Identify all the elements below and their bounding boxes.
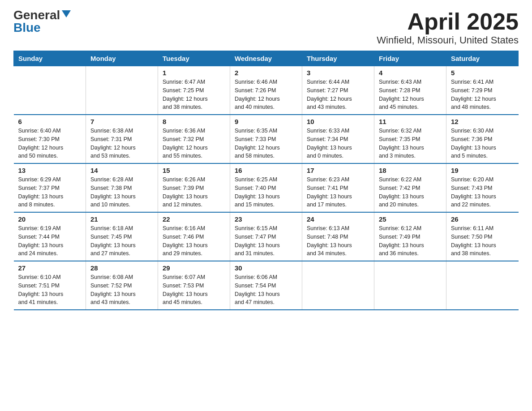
day-number: 7 (90, 118, 153, 125)
day-info: Sunrise: 6:15 AM Sunset: 7:47 PM Dayligh… (235, 224, 297, 258)
calendar-cell: 29Sunrise: 6:07 AM Sunset: 7:53 PM Dayli… (158, 261, 230, 310)
calendar-cell: 21Sunrise: 6:18 AM Sunset: 7:45 PM Dayli… (86, 212, 158, 261)
calendar-cell: 6Sunrise: 6:40 AM Sunset: 7:30 PM Daylig… (14, 115, 86, 163)
calendar-cell: 26Sunrise: 6:11 AM Sunset: 7:50 PM Dayli… (446, 212, 519, 261)
header-cell-tuesday: Tuesday (158, 51, 230, 66)
header-cell-wednesday: Wednesday (230, 51, 302, 66)
day-number: 9 (235, 118, 297, 125)
day-number: 12 (451, 118, 514, 125)
logo: General Blue (13, 9, 71, 34)
day-info: Sunrise: 6:18 AM Sunset: 7:45 PM Dayligh… (90, 224, 153, 258)
day-info: Sunrise: 6:22 AM Sunset: 7:42 PM Dayligh… (379, 176, 442, 209)
calendar-cell: 8Sunrise: 6:36 AM Sunset: 7:32 PM Daylig… (158, 115, 230, 163)
day-info: Sunrise: 6:06 AM Sunset: 7:54 PM Dayligh… (235, 273, 297, 307)
day-number: 1 (163, 69, 225, 77)
calendar-cell: 11Sunrise: 6:32 AM Sunset: 7:35 PM Dayli… (374, 115, 446, 163)
day-number: 5 (451, 69, 514, 77)
day-number: 15 (163, 167, 225, 174)
calendar-cell: 20Sunrise: 6:19 AM Sunset: 7:44 PM Dayli… (14, 212, 86, 261)
week-row-1: 1Sunrise: 6:47 AM Sunset: 7:25 PM Daylig… (14, 66, 519, 115)
day-number: 25 (379, 215, 442, 223)
calendar-cell: 28Sunrise: 6:08 AM Sunset: 7:52 PM Dayli… (86, 261, 158, 310)
calendar-body: 1Sunrise: 6:47 AM Sunset: 7:25 PM Daylig… (14, 66, 519, 310)
calendar-cell: 27Sunrise: 6:10 AM Sunset: 7:51 PM Dayli… (14, 261, 86, 310)
calendar-cell (302, 261, 374, 310)
calendar-cell: 1Sunrise: 6:47 AM Sunset: 7:25 PM Daylig… (158, 66, 230, 115)
header-cell-saturday: Saturday (446, 51, 519, 66)
day-info: Sunrise: 6:16 AM Sunset: 7:46 PM Dayligh… (163, 224, 225, 258)
week-row-4: 20Sunrise: 6:19 AM Sunset: 7:44 PM Dayli… (14, 212, 519, 261)
day-number: 19 (451, 167, 514, 174)
day-info: Sunrise: 6:43 AM Sunset: 7:28 PM Dayligh… (379, 78, 442, 111)
calendar-cell: 4Sunrise: 6:43 AM Sunset: 7:28 PM Daylig… (374, 66, 446, 115)
page-subtitle: Winfield, Missouri, United States (377, 34, 519, 46)
day-info: Sunrise: 6:12 AM Sunset: 7:49 PM Dayligh… (379, 224, 442, 258)
day-info: Sunrise: 6:29 AM Sunset: 7:37 PM Dayligh… (18, 176, 82, 209)
day-info: Sunrise: 6:07 AM Sunset: 7:53 PM Dayligh… (163, 273, 225, 307)
day-number: 3 (307, 69, 369, 77)
calendar-cell: 23Sunrise: 6:15 AM Sunset: 7:47 PM Dayli… (230, 212, 302, 261)
calendar-cell: 5Sunrise: 6:41 AM Sunset: 7:29 PM Daylig… (446, 66, 519, 115)
day-info: Sunrise: 6:33 AM Sunset: 7:34 PM Dayligh… (307, 127, 369, 160)
calendar-table: SundayMondayTuesdayWednesdayThursdayFrid… (13, 51, 519, 310)
header-cell-thursday: Thursday (302, 51, 374, 66)
calendar-cell: 18Sunrise: 6:22 AM Sunset: 7:42 PM Dayli… (374, 163, 446, 212)
day-number: 20 (18, 215, 82, 223)
day-info: Sunrise: 6:23 AM Sunset: 7:41 PM Dayligh… (307, 176, 369, 209)
calendar-cell (14, 66, 86, 115)
day-number: 23 (235, 215, 297, 223)
calendar-cell: 25Sunrise: 6:12 AM Sunset: 7:49 PM Dayli… (374, 212, 446, 261)
day-info: Sunrise: 6:35 AM Sunset: 7:33 PM Dayligh… (235, 127, 297, 160)
day-number: 11 (379, 118, 442, 125)
day-info: Sunrise: 6:30 AM Sunset: 7:36 PM Dayligh… (451, 127, 514, 160)
day-number: 16 (235, 167, 297, 174)
header-cell-sunday: Sunday (14, 51, 86, 66)
day-number: 28 (90, 264, 153, 272)
calendar-cell: 22Sunrise: 6:16 AM Sunset: 7:46 PM Dayli… (158, 212, 230, 261)
calendar-cell: 24Sunrise: 6:13 AM Sunset: 7:48 PM Dayli… (302, 212, 374, 261)
calendar-cell: 17Sunrise: 6:23 AM Sunset: 7:41 PM Dayli… (302, 163, 374, 212)
calendar-cell: 15Sunrise: 6:26 AM Sunset: 7:39 PM Dayli… (158, 163, 230, 212)
day-info: Sunrise: 6:28 AM Sunset: 7:38 PM Dayligh… (90, 176, 153, 209)
day-info: Sunrise: 6:25 AM Sunset: 7:40 PM Dayligh… (235, 176, 297, 209)
day-info: Sunrise: 6:36 AM Sunset: 7:32 PM Dayligh… (163, 127, 225, 160)
day-number: 10 (307, 118, 369, 125)
day-number: 18 (379, 167, 442, 174)
calendar-cell (86, 66, 158, 115)
day-number: 4 (379, 69, 442, 77)
day-info: Sunrise: 6:08 AM Sunset: 7:52 PM Dayligh… (90, 273, 153, 307)
header-row: SundayMondayTuesdayWednesdayThursdayFrid… (14, 51, 519, 66)
calendar-cell: 16Sunrise: 6:25 AM Sunset: 7:40 PM Dayli… (230, 163, 302, 212)
day-info: Sunrise: 6:11 AM Sunset: 7:50 PM Dayligh… (451, 224, 514, 258)
day-number: 24 (307, 215, 369, 223)
day-info: Sunrise: 6:19 AM Sunset: 7:44 PM Dayligh… (18, 224, 82, 258)
day-info: Sunrise: 6:26 AM Sunset: 7:39 PM Dayligh… (163, 176, 225, 209)
calendar-cell: 2Sunrise: 6:46 AM Sunset: 7:26 PM Daylig… (230, 66, 302, 115)
calendar-cell: 12Sunrise: 6:30 AM Sunset: 7:36 PM Dayli… (446, 115, 519, 163)
day-number: 21 (90, 215, 153, 223)
calendar-cell: 7Sunrise: 6:38 AM Sunset: 7:31 PM Daylig… (86, 115, 158, 163)
day-number: 8 (163, 118, 225, 125)
calendar-cell: 14Sunrise: 6:28 AM Sunset: 7:38 PM Dayli… (86, 163, 158, 212)
header-cell-monday: Monday (86, 51, 158, 66)
day-info: Sunrise: 6:46 AM Sunset: 7:26 PM Dayligh… (235, 78, 297, 111)
day-number: 14 (90, 167, 153, 174)
week-row-3: 13Sunrise: 6:29 AM Sunset: 7:37 PM Dayli… (14, 163, 519, 212)
calendar-cell: 9Sunrise: 6:35 AM Sunset: 7:33 PM Daylig… (230, 115, 302, 163)
title-block: April 2025 Winfield, Missouri, United St… (377, 9, 519, 46)
day-number: 6 (18, 118, 82, 125)
calendar-cell (374, 261, 446, 310)
logo-blue: Blue (13, 21, 41, 34)
logo-general: General (13, 9, 60, 21)
header-cell-friday: Friday (374, 51, 446, 66)
day-number: 17 (307, 167, 369, 174)
page-title: April 2025 (377, 9, 519, 34)
day-number: 2 (235, 69, 297, 77)
day-number: 29 (163, 264, 225, 272)
logo-triangle-icon (62, 10, 71, 17)
day-number: 27 (18, 264, 82, 272)
day-info: Sunrise: 6:38 AM Sunset: 7:31 PM Dayligh… (90, 127, 153, 160)
calendar-cell: 3Sunrise: 6:44 AM Sunset: 7:27 PM Daylig… (302, 66, 374, 115)
page-header: General Blue April 2025 Winfield, Missou… (13, 9, 519, 46)
calendar-cell (446, 261, 519, 310)
